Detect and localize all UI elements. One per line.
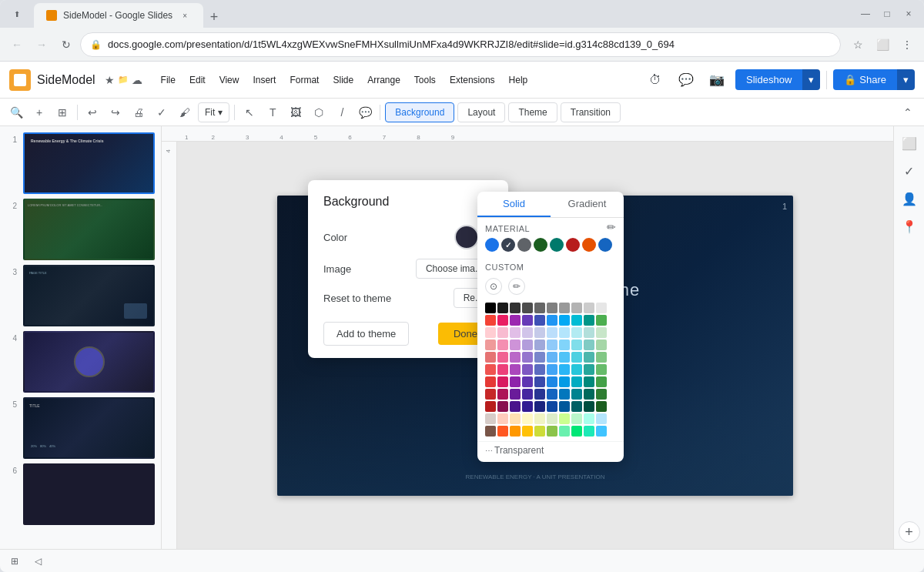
color-swatch[interactable] xyxy=(584,376,594,387)
comment-button[interactable]: 💬 xyxy=(674,68,698,92)
color-swatch[interactable] xyxy=(596,426,607,437)
star-icon[interactable]: ★ xyxy=(105,74,115,86)
color-swatch[interactable] xyxy=(534,303,545,313)
color-swatch[interactable] xyxy=(584,401,594,412)
tab-close-button[interactable]: × xyxy=(179,9,191,22)
color-swatch[interactable] xyxy=(596,327,607,338)
pencil-edit-icon[interactable]: ✏ xyxy=(508,278,525,295)
color-swatch[interactable] xyxy=(571,327,582,338)
color-picker-button[interactable] xyxy=(454,225,479,249)
color-swatch[interactable] xyxy=(571,340,582,350)
color-swatch[interactable] xyxy=(584,340,594,350)
color-swatch[interactable] xyxy=(547,327,557,338)
color-swatch[interactable] xyxy=(559,340,570,350)
color-swatch[interactable] xyxy=(559,401,570,412)
color-swatch[interactable] xyxy=(485,340,496,350)
color-swatch[interactable] xyxy=(596,389,607,400)
color-swatch[interactable] xyxy=(522,340,533,350)
color-swatch[interactable] xyxy=(596,315,607,326)
color-swatch[interactable] xyxy=(559,303,570,313)
color-swatch[interactable] xyxy=(547,340,557,350)
drive-icon[interactable]: 📁 xyxy=(118,75,129,85)
solid-tab[interactable]: Solid xyxy=(477,192,551,217)
color-swatch[interactable] xyxy=(497,364,508,375)
color-swatch[interactable] xyxy=(559,352,570,363)
color-swatch[interactable] xyxy=(522,315,533,326)
material-color-gray[interactable] xyxy=(517,238,531,252)
comment-toolbar-button[interactable]: 💬 xyxy=(355,102,375,122)
background-button[interactable]: Background xyxy=(385,102,454,122)
color-swatch[interactable] xyxy=(584,327,594,338)
color-swatch[interactable] xyxy=(497,413,508,424)
color-swatch[interactable] xyxy=(559,376,570,387)
slide-canvas[interactable]: Renewable Energy & The Climate Crisis 1 … xyxy=(177,142,893,549)
back-nav-button[interactable]: ← xyxy=(6,34,28,55)
paint-button[interactable]: 🖌 xyxy=(175,102,195,122)
color-swatch[interactable] xyxy=(559,413,570,424)
tools-menu[interactable]: Tools xyxy=(408,72,442,89)
color-swatch[interactable] xyxy=(485,352,496,363)
color-swatch[interactable] xyxy=(547,352,557,363)
color-swatch[interactable] xyxy=(584,426,594,437)
check-icon[interactable]: ✓ xyxy=(899,160,920,182)
history-button[interactable]: ⏱ xyxy=(643,68,668,92)
color-swatch[interactable] xyxy=(596,413,607,424)
color-swatch[interactable] xyxy=(497,327,508,338)
add-to-theme-button[interactable]: Add to theme xyxy=(323,322,409,346)
color-swatch[interactable] xyxy=(522,352,533,363)
color-swatch[interactable] xyxy=(534,401,545,412)
extensions-menu[interactable]: Extensions xyxy=(444,72,501,89)
color-swatch[interactable] xyxy=(584,413,594,424)
color-swatch[interactable] xyxy=(510,315,521,326)
color-swatch[interactable] xyxy=(584,315,594,326)
reload-button[interactable]: ↻ xyxy=(55,34,77,55)
slide-preview-6[interactable] xyxy=(23,463,155,525)
color-swatch[interactable] xyxy=(510,303,521,313)
cloud-icon[interactable]: ☁ xyxy=(132,74,142,86)
slideshow-dropdown-button[interactable]: ▾ xyxy=(802,69,820,90)
pencil-icon[interactable]: ✏ xyxy=(607,221,624,233)
color-swatch[interactable] xyxy=(485,389,496,400)
color-swatch[interactable] xyxy=(559,426,570,437)
color-swatch[interactable] xyxy=(534,426,545,437)
color-swatch[interactable] xyxy=(497,303,508,313)
add-sidebar-button[interactable]: + xyxy=(899,521,920,543)
color-swatch[interactable] xyxy=(497,426,508,437)
color-swatch[interactable] xyxy=(497,376,508,387)
collapse-toolbar-button[interactable]: ⌃ xyxy=(898,102,918,122)
person-icon[interactable]: 👤 xyxy=(899,188,920,209)
color-swatch[interactable] xyxy=(547,389,557,400)
zoom-selector[interactable]: Fit ▾ xyxy=(198,102,229,122)
color-swatch[interactable] xyxy=(534,352,545,363)
color-swatch[interactable] xyxy=(559,364,570,375)
color-swatch[interactable] xyxy=(596,352,607,363)
color-swatch[interactable] xyxy=(522,426,533,437)
slide-preview-5[interactable]: TITLE 20% 80% 40% xyxy=(23,397,155,459)
new-tab-button[interactable]: + xyxy=(203,6,225,28)
redo-button[interactable]: ↪ xyxy=(105,102,126,122)
insert-menu[interactable]: Insert xyxy=(246,72,282,89)
close-button[interactable]: × xyxy=(899,5,918,23)
color-swatch[interactable] xyxy=(522,376,533,387)
file-menu[interactable]: File xyxy=(155,72,182,89)
color-swatch[interactable] xyxy=(510,426,521,437)
color-swatch[interactable] xyxy=(510,401,521,412)
slide-thumb-5[interactable]: 5 TITLE 20% 80% 40% xyxy=(6,397,155,459)
color-swatch[interactable] xyxy=(571,303,582,313)
slide-preview-1[interactable]: Renewable Energy & The Climate Crisis xyxy=(23,132,155,194)
color-swatch[interactable] xyxy=(534,364,545,375)
slide-preview-4[interactable] xyxy=(23,331,155,393)
color-swatch[interactable] xyxy=(571,389,582,400)
material-color-teal[interactable] xyxy=(550,238,564,252)
slide-thumb-4[interactable]: 4 xyxy=(6,331,155,393)
color-swatch[interactable] xyxy=(596,340,607,350)
slide-thumb-3[interactable]: 3 PAGE TITLE xyxy=(6,265,155,326)
color-swatch[interactable] xyxy=(534,340,545,350)
material-color-green[interactable] xyxy=(534,238,547,252)
text-button[interactable]: T xyxy=(263,102,283,122)
format-menu[interactable]: Format xyxy=(283,72,325,89)
color-swatch[interactable] xyxy=(485,315,496,326)
edit-menu[interactable]: Edit xyxy=(183,72,212,89)
color-swatch[interactable] xyxy=(547,303,557,313)
layout-button[interactable]: Layout xyxy=(457,102,505,122)
